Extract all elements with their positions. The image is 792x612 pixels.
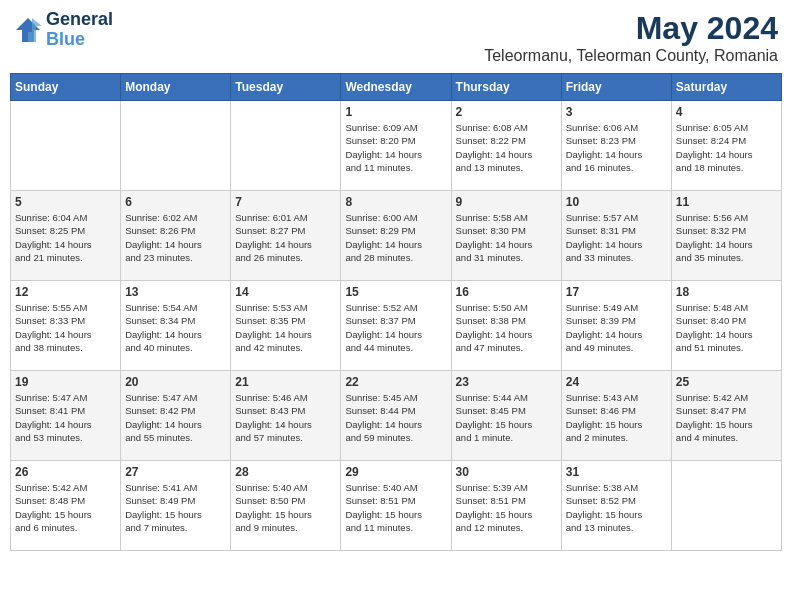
calendar-week-5: 26Sunrise: 5:42 AM Sunset: 8:48 PM Dayli… xyxy=(11,461,782,551)
day-number: 29 xyxy=(345,465,446,479)
calendar-cell xyxy=(671,461,781,551)
day-content: Sunrise: 5:45 AM Sunset: 8:44 PM Dayligh… xyxy=(345,391,446,444)
day-content: Sunrise: 6:09 AM Sunset: 8:20 PM Dayligh… xyxy=(345,121,446,174)
page-header: General Blue May 2024 Teleormanu, Teleor… xyxy=(10,10,782,65)
calendar-cell: 2Sunrise: 6:08 AM Sunset: 8:22 PM Daylig… xyxy=(451,101,561,191)
day-number: 22 xyxy=(345,375,446,389)
day-number: 12 xyxy=(15,285,116,299)
calendar-cell: 13Sunrise: 5:54 AM Sunset: 8:34 PM Dayli… xyxy=(121,281,231,371)
day-number: 18 xyxy=(676,285,777,299)
calendar-cell: 10Sunrise: 5:57 AM Sunset: 8:31 PM Dayli… xyxy=(561,191,671,281)
calendar-cell: 17Sunrise: 5:49 AM Sunset: 8:39 PM Dayli… xyxy=(561,281,671,371)
day-content: Sunrise: 5:57 AM Sunset: 8:31 PM Dayligh… xyxy=(566,211,667,264)
calendar-cell: 14Sunrise: 5:53 AM Sunset: 8:35 PM Dayli… xyxy=(231,281,341,371)
day-number: 17 xyxy=(566,285,667,299)
day-number: 8 xyxy=(345,195,446,209)
day-content: Sunrise: 6:00 AM Sunset: 8:29 PM Dayligh… xyxy=(345,211,446,264)
calendar-cell xyxy=(121,101,231,191)
day-header-monday: Monday xyxy=(121,74,231,101)
calendar-cell: 6Sunrise: 6:02 AM Sunset: 8:26 PM Daylig… xyxy=(121,191,231,281)
day-number: 26 xyxy=(15,465,116,479)
calendar-cell: 7Sunrise: 6:01 AM Sunset: 8:27 PM Daylig… xyxy=(231,191,341,281)
calendar-cell: 30Sunrise: 5:39 AM Sunset: 8:51 PM Dayli… xyxy=(451,461,561,551)
calendar-week-4: 19Sunrise: 5:47 AM Sunset: 8:41 PM Dayli… xyxy=(11,371,782,461)
day-content: Sunrise: 5:47 AM Sunset: 8:41 PM Dayligh… xyxy=(15,391,116,444)
day-content: Sunrise: 5:48 AM Sunset: 8:40 PM Dayligh… xyxy=(676,301,777,354)
day-content: Sunrise: 5:55 AM Sunset: 8:33 PM Dayligh… xyxy=(15,301,116,354)
day-number: 21 xyxy=(235,375,336,389)
calendar-cell: 11Sunrise: 5:56 AM Sunset: 8:32 PM Dayli… xyxy=(671,191,781,281)
day-content: Sunrise: 5:38 AM Sunset: 8:52 PM Dayligh… xyxy=(566,481,667,534)
day-number: 24 xyxy=(566,375,667,389)
day-content: Sunrise: 6:02 AM Sunset: 8:26 PM Dayligh… xyxy=(125,211,226,264)
day-content: Sunrise: 5:53 AM Sunset: 8:35 PM Dayligh… xyxy=(235,301,336,354)
calendar-cell: 29Sunrise: 5:40 AM Sunset: 8:51 PM Dayli… xyxy=(341,461,451,551)
day-content: Sunrise: 5:50 AM Sunset: 8:38 PM Dayligh… xyxy=(456,301,557,354)
day-number: 23 xyxy=(456,375,557,389)
day-number: 3 xyxy=(566,105,667,119)
calendar-cell xyxy=(11,101,121,191)
title-block: May 2024 Teleormanu, Teleorman County, R… xyxy=(484,10,778,65)
day-content: Sunrise: 5:39 AM Sunset: 8:51 PM Dayligh… xyxy=(456,481,557,534)
day-content: Sunrise: 5:43 AM Sunset: 8:46 PM Dayligh… xyxy=(566,391,667,444)
day-number: 20 xyxy=(125,375,226,389)
day-content: Sunrise: 5:47 AM Sunset: 8:42 PM Dayligh… xyxy=(125,391,226,444)
day-number: 14 xyxy=(235,285,336,299)
day-content: Sunrise: 5:42 AM Sunset: 8:47 PM Dayligh… xyxy=(676,391,777,444)
day-number: 16 xyxy=(456,285,557,299)
day-content: Sunrise: 5:54 AM Sunset: 8:34 PM Dayligh… xyxy=(125,301,226,354)
logo-text: General Blue xyxy=(46,10,113,50)
calendar-cell: 27Sunrise: 5:41 AM Sunset: 8:49 PM Dayli… xyxy=(121,461,231,551)
day-content: Sunrise: 6:08 AM Sunset: 8:22 PM Dayligh… xyxy=(456,121,557,174)
calendar-cell: 19Sunrise: 5:47 AM Sunset: 8:41 PM Dayli… xyxy=(11,371,121,461)
day-header-saturday: Saturday xyxy=(671,74,781,101)
calendar-cell: 12Sunrise: 5:55 AM Sunset: 8:33 PM Dayli… xyxy=(11,281,121,371)
day-number: 10 xyxy=(566,195,667,209)
calendar-body: 1Sunrise: 6:09 AM Sunset: 8:20 PM Daylig… xyxy=(11,101,782,551)
day-header-thursday: Thursday xyxy=(451,74,561,101)
day-number: 9 xyxy=(456,195,557,209)
calendar-cell: 23Sunrise: 5:44 AM Sunset: 8:45 PM Dayli… xyxy=(451,371,561,461)
day-header-friday: Friday xyxy=(561,74,671,101)
month-title: May 2024 xyxy=(484,10,778,47)
calendar-cell: 15Sunrise: 5:52 AM Sunset: 8:37 PM Dayli… xyxy=(341,281,451,371)
calendar-cell: 22Sunrise: 5:45 AM Sunset: 8:44 PM Dayli… xyxy=(341,371,451,461)
day-header-sunday: Sunday xyxy=(11,74,121,101)
day-number: 1 xyxy=(345,105,446,119)
calendar-week-3: 12Sunrise: 5:55 AM Sunset: 8:33 PM Dayli… xyxy=(11,281,782,371)
calendar-cell: 9Sunrise: 5:58 AM Sunset: 8:30 PM Daylig… xyxy=(451,191,561,281)
day-header-tuesday: Tuesday xyxy=(231,74,341,101)
day-content: Sunrise: 5:52 AM Sunset: 8:37 PM Dayligh… xyxy=(345,301,446,354)
day-content: Sunrise: 5:40 AM Sunset: 8:51 PM Dayligh… xyxy=(345,481,446,534)
location-title: Teleormanu, Teleorman County, Romania xyxy=(484,47,778,65)
day-number: 13 xyxy=(125,285,226,299)
logo-line1: General xyxy=(46,10,113,30)
day-number: 7 xyxy=(235,195,336,209)
logo-line2: Blue xyxy=(46,30,113,50)
day-number: 27 xyxy=(125,465,226,479)
day-header-wednesday: Wednesday xyxy=(341,74,451,101)
calendar-week-1: 1Sunrise: 6:09 AM Sunset: 8:20 PM Daylig… xyxy=(11,101,782,191)
day-content: Sunrise: 5:58 AM Sunset: 8:30 PM Dayligh… xyxy=(456,211,557,264)
calendar-cell: 26Sunrise: 5:42 AM Sunset: 8:48 PM Dayli… xyxy=(11,461,121,551)
calendar-cell xyxy=(231,101,341,191)
day-number: 19 xyxy=(15,375,116,389)
day-content: Sunrise: 5:49 AM Sunset: 8:39 PM Dayligh… xyxy=(566,301,667,354)
day-content: Sunrise: 6:01 AM Sunset: 8:27 PM Dayligh… xyxy=(235,211,336,264)
day-number: 4 xyxy=(676,105,777,119)
calendar-header-row: SundayMondayTuesdayWednesdayThursdayFrid… xyxy=(11,74,782,101)
day-content: Sunrise: 5:42 AM Sunset: 8:48 PM Dayligh… xyxy=(15,481,116,534)
day-number: 30 xyxy=(456,465,557,479)
calendar-cell: 5Sunrise: 6:04 AM Sunset: 8:25 PM Daylig… xyxy=(11,191,121,281)
day-content: Sunrise: 6:06 AM Sunset: 8:23 PM Dayligh… xyxy=(566,121,667,174)
day-number: 31 xyxy=(566,465,667,479)
calendar-week-2: 5Sunrise: 6:04 AM Sunset: 8:25 PM Daylig… xyxy=(11,191,782,281)
calendar-cell: 4Sunrise: 6:05 AM Sunset: 8:24 PM Daylig… xyxy=(671,101,781,191)
calendar-cell: 18Sunrise: 5:48 AM Sunset: 8:40 PM Dayli… xyxy=(671,281,781,371)
calendar-cell: 25Sunrise: 5:42 AM Sunset: 8:47 PM Dayli… xyxy=(671,371,781,461)
calendar-cell: 8Sunrise: 6:00 AM Sunset: 8:29 PM Daylig… xyxy=(341,191,451,281)
calendar-cell: 20Sunrise: 5:47 AM Sunset: 8:42 PM Dayli… xyxy=(121,371,231,461)
logo: General Blue xyxy=(14,10,113,50)
day-number: 25 xyxy=(676,375,777,389)
calendar-cell: 1Sunrise: 6:09 AM Sunset: 8:20 PM Daylig… xyxy=(341,101,451,191)
